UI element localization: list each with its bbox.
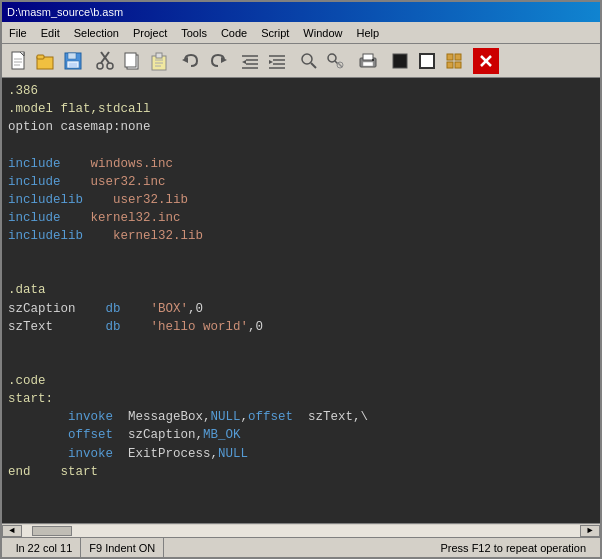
menu-help[interactable]: Help (349, 24, 386, 42)
status-indent: F9 Indent ON (81, 538, 164, 557)
editor-area[interactable]: .386 .model flat,stdcall option casemap:… (2, 78, 600, 523)
svg-marker-32 (269, 60, 273, 64)
svg-point-35 (328, 54, 336, 62)
scroll-track-h[interactable] (22, 525, 580, 537)
svg-marker-27 (242, 60, 246, 64)
svg-rect-44 (420, 54, 434, 68)
copy-button[interactable] (119, 48, 145, 74)
svg-rect-40 (363, 62, 373, 66)
paste-button[interactable] (146, 48, 172, 74)
scroll-right-btn[interactable]: ► (580, 525, 600, 537)
menu-bar: File Edit Selection Project Tools Code S… (2, 22, 600, 44)
menu-window[interactable]: Window (296, 24, 349, 42)
search-button[interactable] (296, 48, 322, 74)
menu-selection[interactable]: Selection (67, 24, 126, 42)
open-button[interactable] (33, 48, 59, 74)
menu-script[interactable]: Script (254, 24, 296, 42)
new-button[interactable] (6, 48, 32, 74)
svg-rect-43 (393, 54, 407, 68)
app-window: D:\masm_source\b.asm File Edit Selection… (0, 0, 602, 559)
title-bar-text: D:\masm_source\b.asm (7, 6, 123, 18)
svg-rect-41 (363, 54, 373, 60)
svg-rect-42 (372, 59, 374, 61)
scroll-left-btn[interactable]: ◄ (2, 525, 22, 537)
scrollbar-h[interactable]: ◄ ► (2, 523, 600, 537)
svg-rect-7 (68, 53, 76, 59)
svg-rect-5 (37, 55, 44, 59)
status-hint: Press F12 to repeat operation (164, 538, 594, 557)
status-bar: ln 22 col 11 F9 Indent ON Press F12 to r… (2, 537, 600, 557)
unindent-button[interactable] (264, 48, 290, 74)
title-bar: D:\masm_source\b.asm (2, 2, 600, 22)
indent-button[interactable] (237, 48, 263, 74)
svg-point-33 (302, 54, 312, 64)
cut-button[interactable] (92, 48, 118, 74)
svg-rect-47 (447, 62, 453, 68)
close-x-button[interactable] (473, 48, 499, 74)
svg-rect-9 (69, 63, 77, 67)
menu-edit[interactable]: Edit (34, 24, 67, 42)
svg-rect-48 (455, 62, 461, 68)
svg-rect-17 (156, 53, 162, 58)
svg-line-34 (311, 63, 316, 68)
menu-project[interactable]: Project (126, 24, 174, 42)
redo-button[interactable] (205, 48, 231, 74)
save-button[interactable] (60, 48, 86, 74)
menu-tools[interactable]: Tools (174, 24, 214, 42)
white-square-button[interactable] (414, 48, 440, 74)
toolbar (2, 44, 600, 78)
replace-button[interactable] (323, 48, 349, 74)
menu-code[interactable]: Code (214, 24, 254, 42)
svg-rect-45 (447, 54, 453, 60)
svg-rect-15 (125, 53, 136, 67)
svg-line-38 (338, 63, 342, 67)
svg-point-13 (107, 63, 113, 69)
status-position: ln 22 col 11 (8, 538, 81, 557)
svg-rect-46 (455, 54, 461, 60)
print-button[interactable] (355, 48, 381, 74)
scroll-thumb-h[interactable] (32, 526, 72, 536)
undo-button[interactable] (178, 48, 204, 74)
svg-point-12 (97, 63, 103, 69)
menu-file[interactable]: File (2, 24, 34, 42)
grid-button[interactable] (441, 48, 467, 74)
black-square-button[interactable] (387, 48, 413, 74)
